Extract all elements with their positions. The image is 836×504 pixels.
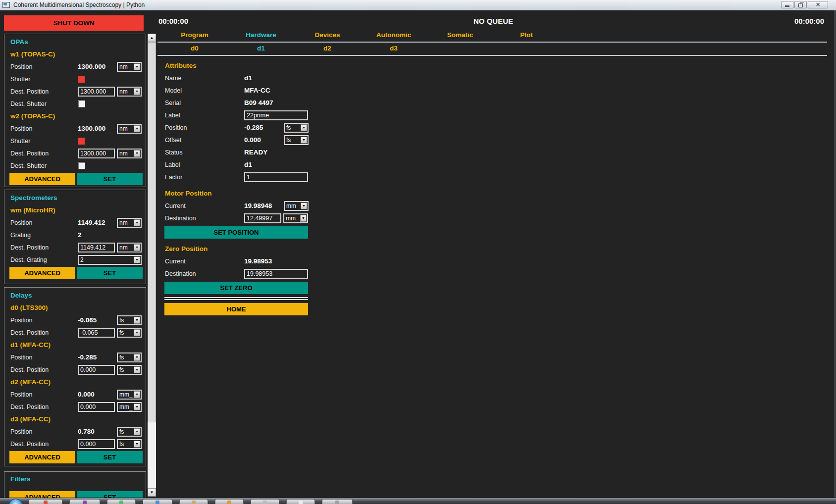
taskbar-app-button[interactable] — [179, 499, 208, 504]
d1-dest-position-unit: fs — [118, 366, 134, 374]
w2-position-unit-select[interactable]: nm ▼ — [117, 124, 142, 134]
dropdown-arrow-icon[interactable]: ▼ — [134, 244, 140, 251]
d3-dest-position-input[interactable] — [78, 439, 115, 449]
dropdown-arrow-icon[interactable]: ▼ — [134, 88, 140, 95]
tab-devices[interactable]: Devices — [294, 31, 361, 39]
taskbar-app-button[interactable] — [251, 499, 279, 504]
dropdown-arrow-icon[interactable]: ▼ — [134, 317, 140, 324]
w1-dest-shutter-row: Dest. Shutter — [4, 98, 146, 110]
d3-group-title: d3 (MFA-CC) — [4, 413, 146, 425]
tab-hardware[interactable]: Hardware — [228, 31, 294, 39]
d0-dest-position-unit-select[interactable]: fs ▼ — [117, 328, 142, 338]
attr-name-label: Name — [165, 75, 244, 82]
w1-dest-shutter-checkbox[interactable] — [78, 100, 85, 107]
d0-position-unit-select[interactable]: fs ▼ — [117, 315, 142, 325]
motor-destination-unit-select[interactable]: mm ▼ — [283, 213, 308, 223]
wm-position-unit: nm — [118, 219, 134, 227]
d3-dest-position-unit-select[interactable]: fs ▼ — [117, 439, 142, 449]
set-position-button[interactable]: SET POSITION — [164, 226, 308, 239]
d1-dest-position-unit-select[interactable]: fs ▼ — [117, 365, 142, 375]
w1-position-unit-select[interactable]: nm ▼ — [117, 62, 142, 72]
start-button[interactable] — [8, 499, 23, 504]
delays-advanced-button[interactable]: ADVANCED — [9, 451, 75, 463]
scrollbar-thumb[interactable] — [148, 42, 156, 422]
d3-position-unit-select[interactable]: fs ▼ — [117, 427, 142, 437]
tab-program[interactable]: Program — [161, 31, 228, 39]
w2-dest-shutter-checkbox[interactable] — [78, 162, 85, 169]
sidebar-scrollbar[interactable]: ▲ ▼ — [148, 34, 156, 497]
taskbar-app-button[interactable] — [143, 499, 172, 504]
wm-dest-grating-label: Dest. Grating — [10, 256, 78, 263]
tab-autonomic[interactable]: Autonomic — [361, 31, 427, 39]
dropdown-arrow-icon[interactable]: ▼ — [134, 428, 140, 435]
tab-d0[interactable]: d0 — [161, 45, 228, 52]
d1-position-unit-select[interactable]: fs ▼ — [117, 353, 142, 362]
zero-destination-input[interactable] — [244, 269, 308, 279]
shutdown-button[interactable]: SHUT DOWN — [4, 15, 144, 31]
opas-set-button[interactable]: SET — [77, 173, 143, 185]
set-zero-button[interactable]: SET ZERO — [164, 282, 308, 294]
d2-dest-position-unit-select[interactable]: mm_ ▼ — [117, 402, 142, 412]
attr-label-input[interactable] — [244, 110, 308, 120]
home-button[interactable]: HOME — [164, 303, 308, 315]
dropdown-arrow-icon[interactable]: ▼ — [134, 354, 140, 361]
device-detail-panel: Attributes Name d1 Model MFA-CC Serial B… — [157, 58, 312, 315]
w2-dest-position-row: Dest. Position nm ▼ — [4, 147, 146, 159]
taskbar-app-button[interactable] — [215, 499, 244, 504]
dropdown-arrow-icon[interactable]: ▼ — [134, 63, 140, 70]
d2-position-unit-select[interactable]: mm_ ▼ — [117, 390, 142, 400]
dropdown-arrow-icon[interactable]: ▼ — [300, 215, 307, 222]
motor-destination-input[interactable] — [244, 213, 281, 223]
delays-set-button[interactable]: SET — [77, 451, 143, 463]
tab-d3[interactable]: d3 — [361, 45, 427, 52]
dropdown-arrow-icon[interactable]: ▼ — [134, 366, 140, 373]
minimize-button[interactable] — [781, 1, 793, 8]
dropdown-arrow-icon[interactable]: ▼ — [134, 329, 140, 336]
taskbar-app-button[interactable] — [107, 499, 136, 504]
dropdown-arrow-icon[interactable]: ▼ — [301, 137, 307, 144]
d2-dest-position-input[interactable] — [78, 402, 115, 412]
tab-d2[interactable]: d2 — [294, 45, 361, 52]
dropdown-arrow-icon[interactable]: ▼ — [134, 219, 140, 226]
taskbar-app-button[interactable] — [69, 499, 100, 504]
dropdown-arrow-icon[interactable]: ▼ — [301, 124, 307, 131]
wm-dest-position-unit-select[interactable]: nm ▼ — [117, 243, 142, 252]
opas-advanced-button[interactable]: ADVANCED — [9, 173, 75, 185]
attr-offset-unit-select[interactable]: fs ▼ — [284, 135, 309, 145]
attr-position-unit-select[interactable]: fs ▼ — [284, 123, 309, 133]
taskbar-app-button[interactable] — [286, 499, 315, 504]
dropdown-arrow-icon[interactable]: ▼ — [134, 150, 140, 157]
d1-dest-position-input[interactable] — [78, 365, 115, 375]
dropdown-arrow-icon[interactable]: ▼ — [301, 202, 307, 209]
dropdown-arrow-icon[interactable]: ▼ — [134, 441, 140, 448]
wm-dest-position-input[interactable] — [78, 243, 115, 252]
close-button[interactable]: ✕ — [808, 1, 828, 8]
restore-button[interactable] — [794, 1, 807, 8]
motor-current-unit-select[interactable]: mm ▼ — [284, 201, 309, 211]
dropdown-arrow-icon[interactable]: ▼ — [134, 125, 140, 132]
spectrometers-set-button[interactable]: SET — [77, 267, 143, 279]
scrollbar-up-icon[interactable]: ▲ — [148, 34, 156, 42]
w1-dest-position-input[interactable] — [78, 87, 115, 97]
w2-dest-position-input[interactable] — [78, 149, 115, 158]
w1-dest-position-unit-select[interactable]: nm ▼ — [117, 87, 142, 97]
tab-d1[interactable]: d1 — [228, 45, 294, 52]
wm-dest-grating-select[interactable]: 2 ▼ — [78, 255, 142, 265]
attr-serial-row: Serial B09 4497 — [157, 97, 312, 109]
dropdown-arrow-icon[interactable]: ▼ — [134, 256, 140, 263]
wm-position-unit-select[interactable]: nm ▼ — [117, 218, 142, 228]
spectrometers-advanced-button[interactable]: ADVANCED — [9, 267, 75, 279]
dropdown-arrow-icon[interactable]: ▼ — [134, 391, 140, 398]
w2-dest-position-unit-select[interactable]: nm ▼ — [117, 149, 142, 158]
d0-dest-position-input[interactable] — [78, 328, 115, 338]
attr-factor-input[interactable] — [244, 172, 308, 182]
d3-dest-position-unit: fs — [118, 440, 134, 448]
d1-position-value: -0.285 — [78, 353, 117, 361]
opas-panel-title: OPAs — [4, 36, 146, 48]
scrollbar-down-icon[interactable]: ▼ — [148, 488, 156, 497]
tab-plot[interactable]: Plot — [493, 31, 560, 39]
taskbar-app-button[interactable] — [322, 499, 353, 504]
dropdown-arrow-icon[interactable]: ▼ — [134, 403, 140, 410]
taskbar-app-button[interactable] — [29, 499, 62, 504]
tab-somatic[interactable]: Somatic — [427, 31, 493, 39]
